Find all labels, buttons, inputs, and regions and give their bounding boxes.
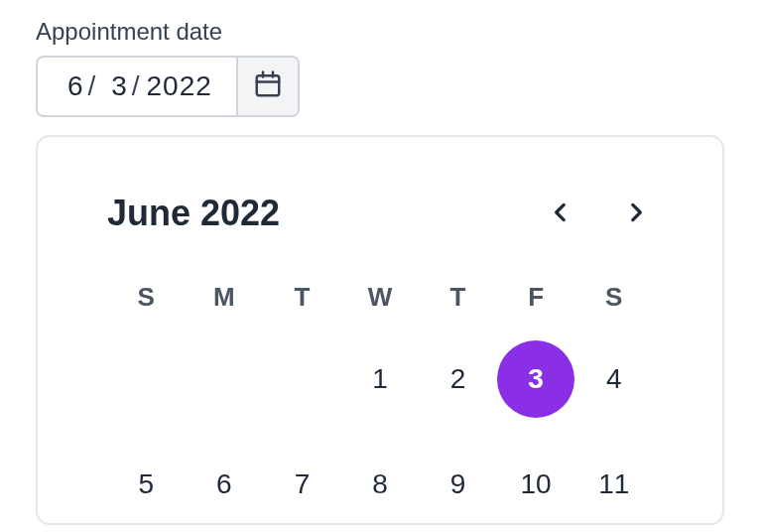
calendar-popover: June 2022 SMTWTFS1234567891011 bbox=[36, 135, 724, 525]
prev-month-button[interactable] bbox=[544, 196, 577, 232]
date-segments[interactable]: 6 / 3 / 2022 bbox=[38, 58, 236, 115]
calendar-header: June 2022 bbox=[107, 193, 653, 234]
day-segment[interactable]: 3 bbox=[109, 70, 130, 102]
day-of-week-header: M bbox=[186, 282, 264, 313]
year-segment[interactable]: 2022 bbox=[145, 70, 214, 102]
month-segment[interactable]: 6 bbox=[65, 70, 86, 102]
calendar-day-cell bbox=[107, 340, 186, 418]
calendar-day[interactable]: 11 bbox=[575, 446, 653, 523]
day-of-week-header: T bbox=[419, 282, 497, 313]
calendar-day[interactable]: 2 bbox=[420, 340, 497, 418]
calendar-day-empty bbox=[107, 340, 185, 418]
calendar-day-cell bbox=[186, 340, 264, 418]
calendar-day[interactable]: 5 bbox=[107, 446, 185, 523]
day-of-week-header: W bbox=[341, 282, 420, 313]
calendar-day-cell: 6 bbox=[186, 446, 264, 523]
calendar-day-cell: 11 bbox=[574, 446, 653, 523]
calendar-day-cell: 9 bbox=[419, 446, 497, 523]
calendar-nav bbox=[544, 196, 653, 232]
calendar-day-empty bbox=[186, 340, 263, 418]
calendar-day[interactable]: 3 bbox=[497, 340, 574, 418]
svg-rect-0 bbox=[257, 75, 280, 95]
day-of-week-header: F bbox=[497, 282, 575, 313]
calendar-icon bbox=[253, 69, 283, 103]
calendar-day-cell: 10 bbox=[497, 446, 575, 523]
calendar-day-cell bbox=[263, 340, 341, 418]
calendar-day[interactable]: 7 bbox=[263, 446, 340, 523]
next-month-button[interactable] bbox=[619, 196, 653, 232]
calendar-day[interactable]: 6 bbox=[186, 446, 263, 523]
day-of-week-header: S bbox=[107, 282, 186, 313]
calendar-day-cell: 7 bbox=[263, 446, 341, 523]
chevron-left-icon bbox=[548, 200, 573, 228]
day-of-week-header: T bbox=[263, 282, 341, 313]
calendar-day-cell: 4 bbox=[574, 340, 653, 418]
calendar-day[interactable]: 4 bbox=[575, 340, 653, 418]
calendar-day[interactable]: 8 bbox=[341, 446, 419, 523]
day-of-week-header: S bbox=[574, 282, 653, 313]
calendar-day[interactable]: 9 bbox=[420, 446, 497, 523]
calendar-day-cell: 8 bbox=[341, 446, 420, 523]
date-input[interactable]: 6 / 3 / 2022 bbox=[36, 56, 300, 117]
chevron-right-icon bbox=[623, 200, 649, 228]
calendar-title: June 2022 bbox=[107, 193, 280, 234]
calendar-day-cell: 3 bbox=[497, 340, 575, 418]
date-separator-1: / bbox=[86, 70, 101, 102]
calendar-day-cell: 2 bbox=[419, 340, 497, 418]
field-label: Appointment date bbox=[36, 18, 724, 46]
calendar-day[interactable]: 1 bbox=[341, 340, 419, 418]
calendar-day-empty bbox=[263, 340, 340, 418]
date-separator-2: / bbox=[130, 70, 145, 102]
calendar-day-cell: 1 bbox=[341, 340, 420, 418]
calendar-day[interactable]: 10 bbox=[497, 446, 574, 523]
calendar-day-cell: 5 bbox=[107, 446, 186, 523]
open-calendar-button[interactable] bbox=[236, 58, 298, 115]
calendar-grid: SMTWTFS1234567891011 bbox=[107, 282, 653, 523]
